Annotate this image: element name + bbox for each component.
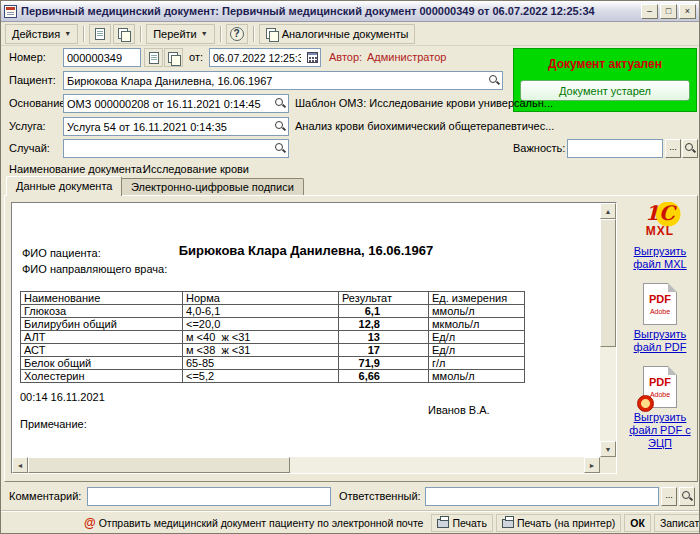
search-icon [275, 121, 286, 132]
case-field-wrap [63, 139, 289, 158]
renumber-button[interactable] [164, 48, 183, 67]
service-input[interactable] [64, 121, 272, 133]
vertical-scroll-thumb[interactable] [600, 219, 616, 347]
author-value: Администратор [367, 48, 446, 67]
pages-icon [168, 52, 180, 64]
tab-digital-signatures[interactable]: Электронно-цифровые подписи [121, 178, 304, 195]
cell: 4,0-6,1 [183, 305, 339, 318]
responsible-input[interactable] [426, 491, 658, 503]
service-label: Услуга: [9, 117, 46, 136]
doctor-name: Иванов В.А. [428, 404, 490, 416]
importance-input[interactable] [568, 143, 662, 155]
table-row: Белок общий 65-85 71,9 г/л [21, 357, 525, 370]
help-icon: ? [230, 27, 244, 41]
responsible-label: Ответственный: [339, 487, 421, 506]
chevron-down-icon: ▼ [201, 30, 208, 37]
ok-button[interactable]: ОК [624, 514, 651, 532]
cell: Глюкоза [21, 305, 183, 318]
case-lookup-button[interactable] [272, 140, 288, 157]
basis-input[interactable] [64, 98, 272, 110]
service-info: Анализ крови биохимический общетерапевти… [295, 117, 554, 136]
vertical-scrollbar[interactable]: ▲ ▼ [600, 203, 616, 457]
patient-lookup-button[interactable] [486, 72, 502, 89]
cell: Ед/л [429, 331, 525, 344]
open-form-button[interactable] [89, 24, 111, 44]
export-strip: 1С MXL Выгрузить файл MXL PDF Adobe Выгр… [623, 198, 697, 450]
number-input[interactable] [64, 52, 140, 64]
close-button[interactable]: × [679, 4, 696, 19]
export-pdf-link[interactable]: Выгрузить файл PDF [623, 328, 697, 354]
search-icon [682, 491, 693, 502]
note-label: Примечание: [20, 418, 87, 430]
datetime-input[interactable] [210, 52, 304, 64]
toolbar-separator [140, 26, 141, 42]
col-header: Ед. измерения [429, 292, 525, 305]
similar-documents-button[interactable]: Аналогичные документы [259, 24, 416, 44]
results-table[interactable]: Наименование Норма Результат Ед. измерен… [20, 291, 525, 383]
number-label: Номер: [9, 48, 46, 67]
referrer-fio-label: ФИО направляющего врача: [22, 263, 167, 275]
result-timestamp: 00:14 16.11.2021 [20, 391, 105, 403]
importance-lookup-button[interactable] [682, 139, 698, 158]
table-row: Билирубин общий <=20,0 12,8 мкмоль/л [21, 318, 525, 331]
responsible-field-wrap [425, 487, 659, 506]
importance-choose-button[interactable]: ... [665, 139, 681, 158]
responsible-choose-button[interactable]: ... [661, 487, 677, 506]
scroll-up-button[interactable]: ▲ [600, 203, 616, 219]
tab-document-data[interactable]: Данные документа [6, 176, 122, 196]
service-lookup-button[interactable] [272, 118, 288, 135]
cell: 12,8 [339, 318, 429, 331]
author-label: Автор: [329, 48, 362, 67]
comment-field-wrap [87, 487, 331, 506]
send-email-button[interactable]: @ Отправить медицинский документ пациент… [79, 514, 428, 532]
actions-button[interactable]: Действия ▼ [5, 24, 78, 44]
scroll-right-button[interactable]: ► [584, 457, 600, 473]
copy-document-button[interactable] [113, 24, 135, 44]
help-button[interactable]: ? [226, 24, 248, 44]
toolbar-separator [83, 26, 84, 42]
scrollbar-corner [600, 457, 616, 473]
horizontal-scrollbar[interactable]: ◄ ► [12, 457, 600, 473]
edit-number-button[interactable] [144, 48, 163, 67]
export-mxl-link[interactable]: Выгрузить файл MXL [623, 245, 697, 271]
app-window: Первичный медицинский документ: Первичны… [0, 0, 700, 534]
patient-input[interactable] [64, 75, 486, 87]
calendar-button[interactable] [304, 49, 320, 66]
toolbar-separator [253, 26, 254, 42]
cell: ммоль/л [429, 370, 525, 383]
save-button[interactable]: Записать [654, 514, 700, 532]
search-icon [489, 75, 500, 86]
cell: г/л [429, 357, 525, 370]
cell: м <38 ж <31 [183, 344, 339, 357]
case-input[interactable] [64, 143, 272, 155]
cell: Билирубин общий [21, 318, 183, 331]
tab-panel: ФИО пациента: Бирюкова Клара Данилевна, … [4, 195, 698, 482]
basis-label: Основание: [9, 94, 68, 113]
print-button[interactable]: Печать [431, 514, 492, 532]
scroll-down-button[interactable]: ▼ [600, 441, 616, 457]
cell: 71,9 [339, 357, 429, 370]
table-row: Глюкоза 4,0-6,1 6,1 ммоль/л [21, 305, 525, 318]
chevron-down-icon: ▼ [64, 30, 71, 37]
cell: мкмоль/л [429, 318, 525, 331]
basis-info: Шаблон ОМЗ: Исследование крови универсал… [295, 94, 553, 113]
go-button[interactable]: Перейти ▼ [146, 24, 215, 44]
cell: ммоль/л [429, 305, 525, 318]
responsible-lookup-button[interactable] [679, 487, 695, 506]
cell: АСТ [21, 344, 183, 357]
preview-content[interactable]: ФИО пациента: Бирюкова Клара Данилевна, … [12, 203, 600, 457]
search-icon [275, 143, 286, 154]
cell: АЛТ [21, 331, 183, 344]
basis-lookup-button[interactable] [272, 95, 288, 112]
horizontal-scroll-thumb[interactable] [28, 457, 290, 473]
printer-icon [502, 519, 514, 528]
table-row: АСТ м <38 ж <31 17 Ед/л [21, 344, 525, 357]
scroll-left-button[interactable]: ◄ [12, 457, 28, 473]
cell: 6,66 [339, 370, 429, 383]
cell: Ед/л [429, 344, 525, 357]
print-to-printer-button[interactable]: Печать (на принтер) [496, 514, 621, 532]
maximize-button[interactable]: □ [660, 4, 677, 19]
export-pdf-ecp-link[interactable]: Выгрузить файл PDF с ЭЦП [623, 411, 697, 450]
minimize-button[interactable]: – [641, 4, 658, 19]
comment-input[interactable] [88, 491, 330, 503]
